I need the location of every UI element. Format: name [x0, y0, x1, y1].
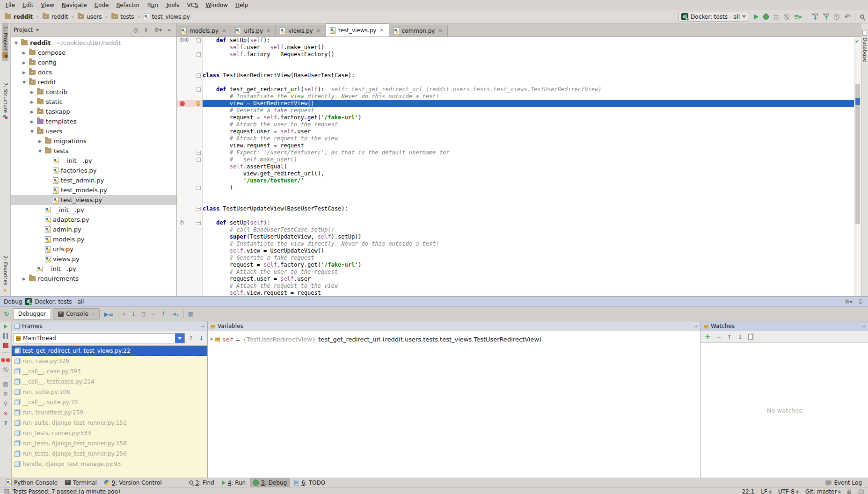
editor-gutter[interactable]: ↑↓−⌃−−−⌃⌃−↑−	[177, 37, 203, 296]
tree-item-urls-py[interactable]: urls.py	[11, 244, 176, 254]
toolwindow-tab-database[interactable]: Database	[862, 27, 868, 65]
tree-item-compose[interactable]: ▶compose	[11, 48, 176, 58]
overriding-method-icon[interactable]: ↑	[180, 220, 184, 225]
fold-collapse-icon[interactable]: −	[197, 221, 201, 225]
expand-icon[interactable]	[211, 337, 213, 341]
tree-item-config[interactable]: ▶config	[11, 58, 176, 67]
force-step-into-icon[interactable]: ⤷	[149, 310, 157, 318]
toolwindow-tab-project[interactable]: 1: Project	[2, 23, 8, 61]
add-watch-icon[interactable]: +	[705, 333, 711, 341]
editor-tab-common-py[interactable]: common.py×	[389, 25, 448, 36]
close-icon[interactable]: ×	[221, 28, 226, 34]
fold-end-icon[interactable]: ⌃	[197, 158, 201, 162]
chevron-right-icon[interactable]: ▶	[29, 119, 35, 124]
menu-item-vcs[interactable]: VCS	[183, 0, 202, 10]
tree-item-reddit[interactable]: ▼reddit	[11, 77, 176, 87]
remove-watch-icon[interactable]: −	[716, 334, 722, 341]
chevron-right-icon[interactable]: ▶	[22, 70, 27, 75]
mute-breakpoints-icon[interactable]	[3, 367, 8, 372]
hide-panel-icon[interactable]: ⍗	[857, 298, 864, 305]
menu-item-tools[interactable]: Tools	[162, 0, 183, 10]
tree-item--init-py[interactable]: __init__.py	[11, 264, 176, 274]
chevron-right-icon[interactable]: ▶	[22, 51, 27, 55]
toolwindow-button-9-version-control[interactable]: 9: Version Control	[101, 478, 165, 487]
tree-item-test-models-py[interactable]: test_models.py	[11, 185, 176, 195]
frame-row[interactable]: __call__, testcases.py:214	[12, 377, 207, 387]
close-icon[interactable]: ×	[266, 28, 271, 34]
fold-collapse-icon[interactable]: −	[197, 73, 201, 78]
line-ending-select[interactable]: LF	[761, 488, 772, 494]
frame-row[interactable]: run, tcunittest.py:259	[12, 407, 207, 418]
fold-collapse-icon[interactable]: −	[197, 87, 201, 92]
inspections-ok-icon[interactable]: ✔	[855, 38, 859, 44]
menu-item-navigate[interactable]: Navigate	[58, 0, 91, 10]
encoding-select[interactable]: UTF-8	[778, 488, 799, 494]
tree-item--init-py[interactable]: __init__.py	[11, 156, 176, 166]
settings-icon[interactable]: ⚙	[3, 391, 8, 397]
menu-item-run[interactable]: Run	[144, 0, 162, 10]
gear-icon[interactable]: ⚙▾	[153, 27, 163, 33]
editor-tab-views-py[interactable]: views.py×	[276, 25, 326, 36]
frame-row[interactable]: test_get_redirect_url, test_views.py:22	[12, 346, 207, 356]
menu-item-help[interactable]: Help	[232, 0, 252, 10]
toolwindow-button-5-debug[interactable]: 5: Debug	[250, 478, 290, 487]
tree-item-docs[interactable]: ▶docs	[11, 67, 176, 77]
restore-layout-icon[interactable]: ▤	[3, 381, 8, 387]
close-icon[interactable]: ×	[316, 28, 321, 34]
tree-item-test-views-py[interactable]: test_views.py	[11, 195, 176, 205]
chevron-right-icon[interactable]: ▶	[29, 90, 35, 94]
combo-dropdown-button[interactable]	[175, 334, 184, 343]
chevron-right-icon[interactable]: ▶	[22, 60, 27, 65]
tree-item-models-py[interactable]: models.py	[11, 234, 176, 244]
overridden-method-icon[interactable]: ↓	[184, 38, 189, 42]
step-out-icon[interactable]: ⤴	[159, 311, 167, 318]
menu-item-file[interactable]: File	[2, 0, 19, 10]
editor-tab-test_views-py[interactable]: test_views.py×	[326, 23, 389, 36]
scroll-to-source-icon[interactable]: ⇟	[142, 27, 150, 33]
step-over-icon[interactable]: ⤓	[120, 310, 128, 318]
variable-row-self[interactable]: self = {TestUserRedirectView} test_get_r…	[208, 334, 700, 344]
move-down-icon[interactable]: ↓	[737, 334, 743, 341]
chevron-down-icon[interactable]: ▼	[29, 129, 35, 134]
override-marker[interactable]: ↑↓	[180, 38, 189, 42]
toolwindow-tab-favorites[interactable]: 2: Favorites ★	[2, 253, 8, 296]
thread-select[interactable]: MainThread	[14, 333, 185, 343]
frame-row[interactable]: __call__, suite.py:70	[12, 397, 207, 407]
vcs-update-icon[interactable]: VCS↓	[812, 13, 818, 20]
chevron-right-icon[interactable]: ▶	[37, 139, 43, 144]
frame-row[interactable]: __call__, case.py:393	[12, 366, 207, 377]
close-icon[interactable]: ×	[438, 28, 443, 34]
caret-position[interactable]: 22:1	[742, 488, 754, 494]
tree-item-templates[interactable]: ▶templates	[11, 116, 176, 126]
debug-button[interactable]	[763, 14, 769, 20]
breakpoint-icon[interactable]	[180, 101, 185, 106]
breakpoint-marker[interactable]	[180, 101, 185, 106]
toolwindow-button-4-run[interactable]: 4: Run	[219, 478, 249, 487]
menu-item-edit[interactable]: Edit	[19, 0, 37, 10]
tree-item-migrations[interactable]: ▶migrations	[11, 136, 176, 146]
frame-row[interactable]: run_tests, runner.py:533	[12, 428, 207, 438]
view-breakpoints-icon[interactable]: ●●	[1, 357, 11, 363]
locate-icon[interactable]: ◎	[132, 27, 139, 33]
close-icon[interactable]: ×	[379, 27, 384, 33]
frame-row[interactable]: run_tests, django_test_runner.py:256	[12, 449, 207, 459]
toolwindow-toggle-icon[interactable]	[4, 489, 9, 494]
rerun-icon[interactable]: ↻	[2, 310, 11, 318]
chevron-down-icon[interactable]: ▼	[14, 41, 19, 45]
frame-row[interactable]: run_suite, django_test_runner.py:151	[12, 418, 207, 428]
breadcrumb-item[interactable]: reddit	[42, 13, 69, 21]
breadcrumb-item[interactable]: reddit	[4, 13, 34, 21]
code-area[interactable]: def setUp(self): self.user = self.make_u…	[203, 37, 854, 296]
fold-collapse-icon[interactable]: −	[197, 207, 201, 211]
fold-end-icon[interactable]: ⌃	[197, 186, 201, 190]
run-to-cursor-icon[interactable]: ⇥ₓ	[169, 311, 182, 318]
editor-scrollbar[interactable]: ✔	[854, 37, 861, 296]
frame-row[interactable]: run, case.py:329	[12, 356, 207, 366]
tab-debugger[interactable]: Debugger	[13, 308, 51, 320]
toolwindow-button-6-todo[interactable]: 6: TODO	[291, 478, 328, 487]
menu-item-code[interactable]: Code	[91, 0, 113, 10]
tree-item-users[interactable]: ▼users	[11, 126, 176, 136]
pin-icon[interactable]: ⚲	[4, 401, 8, 407]
editor-tab-urls-py[interactable]: urls.py×	[231, 25, 276, 36]
profiler-button[interactable]	[784, 14, 789, 20]
